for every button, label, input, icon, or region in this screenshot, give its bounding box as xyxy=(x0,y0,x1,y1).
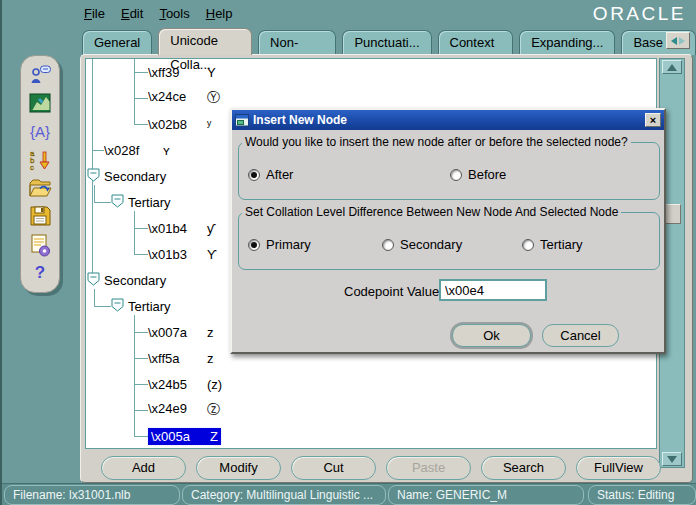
menu-edit[interactable]: Edit xyxy=(121,6,143,21)
codepoint-text: \x005a xyxy=(151,429,198,444)
generate-nlb-icon[interactable] xyxy=(26,232,54,258)
tab-general[interactable]: General xyxy=(82,30,152,55)
tree-node-codepoint[interactable]: \x028fʏ xyxy=(104,137,170,163)
menu-tools[interactable]: Tools xyxy=(159,6,189,21)
codepoint-text: \x028f xyxy=(104,143,151,158)
modify-button[interactable]: Modify xyxy=(196,456,281,480)
radio-label: Primary xyxy=(266,237,311,252)
collapse-expander-icon[interactable] xyxy=(87,272,100,289)
menu-bar: FileEditToolsHelp ORACLE xyxy=(2,0,696,26)
tree-node-secondary[interactable]: Secondary xyxy=(87,267,166,293)
close-icon[interactable]: × xyxy=(645,113,661,127)
ok-button[interactable]: Ok xyxy=(452,324,531,347)
codepoint-text: \x24b5 xyxy=(148,377,195,392)
tab-bar: GeneralUnicode Colla...Non-Spaci...Punct… xyxy=(82,28,696,55)
tab-punctuati[interactable]: Punctuati... xyxy=(342,30,431,55)
codepoint-text: \xff5a xyxy=(148,351,195,366)
collapse-expander-icon[interactable] xyxy=(111,194,124,211)
tab-non-spaci[interactable]: Non-Spaci... xyxy=(258,30,336,55)
tree-node-codepoint[interactable]: \x01b3Ƴ xyxy=(148,241,217,267)
tree-node-codepoint[interactable]: \x01b4ƴ xyxy=(148,215,214,241)
tree-node-content: \x24e9ⓩ xyxy=(148,401,220,419)
open-file-icon[interactable] xyxy=(26,175,54,201)
glyph-text: ʏ xyxy=(163,143,170,158)
new-language-icon[interactable] xyxy=(26,62,54,88)
character-set-icon[interactable]: {A} xyxy=(26,119,54,145)
tree-node-codepoint[interactable]: \x24ceⓎ xyxy=(148,85,220,111)
tab-scroll-button[interactable] xyxy=(666,32,690,49)
tree-node-content: \x005aZ xyxy=(148,428,221,445)
save-file-icon[interactable] xyxy=(26,203,54,229)
tree-node-codepoint[interactable]: \x005aZ xyxy=(148,423,221,449)
tree-connector xyxy=(134,332,148,333)
tree-connector xyxy=(134,211,135,255)
glyph-text: Ƴ xyxy=(207,247,217,262)
search-button[interactable]: Search xyxy=(481,456,566,480)
insert-after-radio[interactable]: After xyxy=(248,167,293,182)
help-icon[interactable]: ? xyxy=(26,260,54,286)
glyph-text: ʸ xyxy=(207,117,211,132)
tree-node-codepoint[interactable]: \x24e9ⓩ xyxy=(148,397,220,423)
radio-icon xyxy=(382,239,394,251)
tree-connector xyxy=(134,358,148,359)
tree-connector xyxy=(92,150,104,151)
radio-label: Before xyxy=(468,167,506,182)
collapse-expander-icon[interactable] xyxy=(87,168,100,185)
tree-node-label: Tertiary xyxy=(128,195,171,210)
tab-unicode-colla[interactable]: Unicode Colla... xyxy=(158,28,252,55)
tree-node-content: \x007az xyxy=(148,325,214,340)
side-toolbar: {A}abc? xyxy=(20,55,60,293)
radio-label: After xyxy=(266,167,293,182)
tab-scroll-right-icon xyxy=(679,37,685,45)
level-primary-radio[interactable]: Primary xyxy=(248,237,311,252)
tree-node-codepoint[interactable]: \x02b8ʸ xyxy=(148,111,211,137)
glyph-text: (z) xyxy=(207,377,222,392)
add-button[interactable]: Add xyxy=(101,456,186,480)
insert-position-group: Would you like to insert the new node af… xyxy=(238,142,660,200)
scroll-down-button[interactable] xyxy=(662,452,682,466)
level-tertiary-radio[interactable]: Tertiary xyxy=(522,237,583,252)
scroll-up-button[interactable] xyxy=(662,60,682,74)
tree-node-codepoint[interactable]: \x007az xyxy=(148,319,214,345)
tree-connector xyxy=(134,59,135,125)
fullview-button[interactable]: FullView xyxy=(576,456,661,480)
linguistic-sort-icon[interactable]: abc xyxy=(26,147,54,173)
tree-node-content: \x24ceⓎ xyxy=(148,89,220,107)
menu-file[interactable]: File xyxy=(84,6,105,21)
glyph-text: Ⓨ xyxy=(207,89,220,107)
radio-icon xyxy=(248,169,260,181)
tree-node-codepoint[interactable]: \xff5az xyxy=(148,345,214,371)
status-name: Name: GENERIC_M xyxy=(388,485,584,505)
glyph-text: ⓩ xyxy=(207,401,220,419)
cut-button[interactable]: Cut xyxy=(291,456,376,480)
paste-button[interactable]: Paste xyxy=(386,456,471,480)
level-secondary-radio[interactable]: Secondary xyxy=(382,237,462,252)
tab-context-s[interactable]: Context S... xyxy=(438,30,514,55)
glyph-text: ƴ xyxy=(207,221,214,236)
status-category: Category: Multilingual Linguistic ... xyxy=(182,485,386,505)
tree-node-tertiary[interactable]: Tertiary xyxy=(111,189,171,215)
dialog-title: Insert New Node xyxy=(253,113,347,127)
tree-node-codepoint[interactable]: \x24b5(z) xyxy=(148,371,222,397)
oracle-logo: ORACLE xyxy=(593,3,686,25)
dialog-title-bar[interactable]: Insert New Node × xyxy=(232,110,664,130)
tree-connector xyxy=(134,228,148,229)
insert-before-radio[interactable]: Before xyxy=(450,167,506,182)
svg-text:c: c xyxy=(30,163,34,172)
territory-icon[interactable] xyxy=(26,90,54,116)
codepoint-value-label: Codepoint Value xyxy=(344,284,439,299)
collapse-expander-icon[interactable] xyxy=(111,298,124,315)
menu-help[interactable]: Help xyxy=(206,6,233,21)
status-state: Status: Editing xyxy=(588,485,696,505)
radio-icon xyxy=(248,239,260,251)
codepoint-value-input[interactable] xyxy=(439,279,547,301)
tree-node-content: \x02b8ʸ xyxy=(148,117,211,132)
dialog-icon xyxy=(235,114,249,127)
tree-connector xyxy=(94,202,111,203)
tree-node-secondary[interactable]: Secondary xyxy=(87,163,166,189)
tab-expanding[interactable]: Expanding... xyxy=(519,30,615,55)
radio-icon xyxy=(522,239,534,251)
cancel-button[interactable]: Cancel xyxy=(542,324,619,347)
tree-connector xyxy=(134,384,148,385)
tree-node-tertiary[interactable]: Tertiary xyxy=(111,293,171,319)
